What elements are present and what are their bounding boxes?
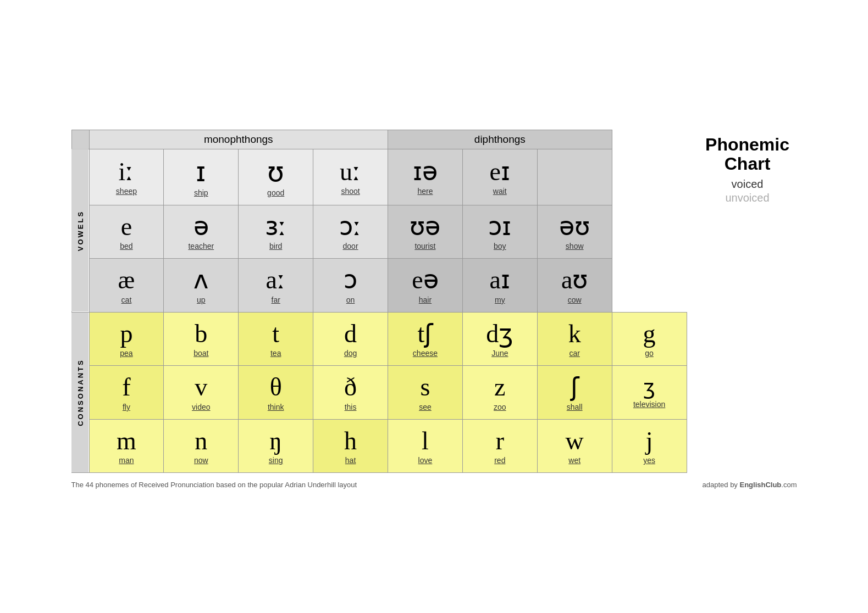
footer-left-text: The 44 phonemes of Received Pronunciatio…: [71, 481, 357, 489]
cell-eth[interactable]: ð this: [313, 366, 388, 420]
cell-I[interactable]: ɪ ship: [164, 149, 239, 205]
word-ai: my: [495, 296, 505, 304]
cell-ae[interactable]: æ cat: [89, 259, 164, 313]
word-uu: shoot: [341, 187, 360, 196]
vowel-row-2: e bed ə teacher ɜː: [71, 205, 687, 259]
ipa-tsh: tʃ: [418, 320, 433, 348]
ipa-ii: iː: [119, 158, 135, 186]
cell-eu[interactable]: əʊ show: [537, 205, 612, 259]
ipa-schwa: ə: [193, 213, 209, 241]
cell-ii[interactable]: iː sheep: [89, 149, 164, 205]
word-ue: tourist: [414, 242, 435, 250]
cell-r[interactable]: r red: [462, 419, 537, 473]
word-sh: shall: [567, 403, 583, 411]
cell-g[interactable]: g go: [612, 312, 687, 366]
cell-d[interactable]: d dog: [313, 312, 388, 366]
cell-v[interactable]: v video: [164, 366, 239, 420]
ipa-ae: æ: [118, 266, 135, 294]
ipa-r: r: [496, 427, 504, 455]
corner-cell: [71, 130, 89, 149]
cell-l[interactable]: l love: [388, 419, 463, 473]
unvoiced-label: unvoiced: [698, 192, 797, 204]
cell-t[interactable]: t tea: [239, 312, 313, 366]
ipa-eth: ð: [344, 374, 357, 402]
word-ei: wait: [493, 187, 507, 196]
ipa-ai: aɪ: [490, 266, 510, 294]
ipa-ue: ʊə: [410, 213, 440, 241]
phonemic-chart: monophthongs diphthongs VOWELS iː sheep: [71, 130, 687, 473]
ipa-h: h: [344, 427, 357, 455]
ipa-I: ɪ: [196, 157, 206, 187]
ipa-j: j: [646, 427, 653, 455]
cell-s[interactable]: s see: [388, 366, 463, 420]
word-m: man: [119, 456, 134, 465]
ipa-3: ɜː: [265, 213, 287, 241]
cell-schwa[interactable]: ə teacher: [164, 205, 239, 259]
cell-3[interactable]: ɜː bird: [239, 205, 313, 259]
cell-ie[interactable]: ɪə here: [388, 149, 463, 205]
page-wrapper: monophthongs diphthongs VOWELS iː sheep: [49, 113, 819, 500]
consonant-row-3: m man n now ŋ: [71, 419, 687, 473]
ipa-upsilon: ʊ: [267, 157, 284, 187]
cell-aa[interactable]: aː far: [239, 259, 313, 313]
word-au: cow: [568, 296, 582, 304]
cell-m[interactable]: m man: [89, 419, 164, 473]
consonant-row-1: CONSONANTS p pea b boat: [71, 312, 687, 366]
footer-brand: EnglishClub: [739, 481, 781, 489]
cell-ei[interactable]: eɪ wait: [462, 149, 537, 205]
cell-ai[interactable]: aɪ my: [462, 259, 537, 313]
cell-sh[interactable]: ʃ shall: [537, 366, 612, 420]
cell-f[interactable]: f fly: [89, 366, 164, 420]
diphthongs-header: diphthongs: [388, 130, 612, 149]
vowel-row-1: VOWELS iː sheep ɪ ship: [71, 149, 687, 205]
cell-tsh[interactable]: tʃ cheese: [388, 312, 463, 366]
footer-credit-prefix: adapted by: [703, 481, 740, 489]
word-ii: sheep: [116, 187, 137, 196]
cell-ea[interactable]: eə hair: [388, 259, 463, 313]
ipa-z: z: [494, 374, 505, 402]
word-o: on: [346, 296, 355, 304]
cell-k[interactable]: k car: [537, 312, 612, 366]
word-oo: door: [343, 242, 358, 250]
ipa-k: k: [568, 320, 581, 348]
word-eng: sing: [269, 456, 283, 465]
ipa-n: n: [195, 427, 207, 455]
cell-oo[interactable]: ɔː door: [313, 205, 388, 259]
word-tsh: cheese: [413, 349, 438, 358]
word-ea: hair: [419, 296, 432, 304]
ipa-v: v: [195, 374, 207, 402]
cell-dzh[interactable]: dʒ June: [462, 312, 537, 366]
cell-au[interactable]: aʊ cow: [537, 259, 612, 313]
word-l: love: [418, 456, 433, 465]
ipa-uu: uː: [340, 158, 361, 186]
ipa-g: g: [643, 320, 656, 348]
cell-p[interactable]: p pea: [89, 312, 164, 366]
cell-zh[interactable]: ʒ television: [612, 366, 687, 420]
cell-h[interactable]: h hat: [313, 419, 388, 473]
ipa-b: b: [195, 320, 207, 348]
cell-j[interactable]: j yes: [612, 419, 687, 473]
word-r: red: [494, 456, 505, 465]
cell-ue[interactable]: ʊə tourist: [388, 205, 463, 259]
ipa-e: e: [121, 213, 132, 241]
cell-o[interactable]: ɔ on: [313, 259, 388, 313]
cell-theta[interactable]: θ think: [239, 366, 313, 420]
cell-e[interactable]: e bed: [89, 205, 164, 259]
cell-eng[interactable]: ŋ sing: [239, 419, 313, 473]
word-eth: this: [345, 403, 357, 411]
cell-n[interactable]: n now: [164, 419, 239, 473]
ipa-eu: əʊ: [559, 213, 590, 241]
ipa-au: aʊ: [561, 266, 588, 294]
cell-w[interactable]: w wet: [537, 419, 612, 473]
word-b: boat: [193, 349, 208, 358]
ipa-f: f: [122, 374, 130, 402]
word-upsilon: good: [267, 188, 284, 197]
cell-wedge[interactable]: ʌ up: [164, 259, 239, 313]
cell-upsilon[interactable]: ʊ good: [239, 149, 313, 205]
cell-b[interactable]: b boat: [164, 312, 239, 366]
word-w: wet: [568, 456, 580, 465]
word-d: dog: [344, 349, 357, 358]
cell-uu[interactable]: uː shoot: [313, 149, 388, 205]
cell-z[interactable]: z zoo: [462, 366, 537, 420]
cell-oi[interactable]: ɔɪ boy: [462, 205, 537, 259]
